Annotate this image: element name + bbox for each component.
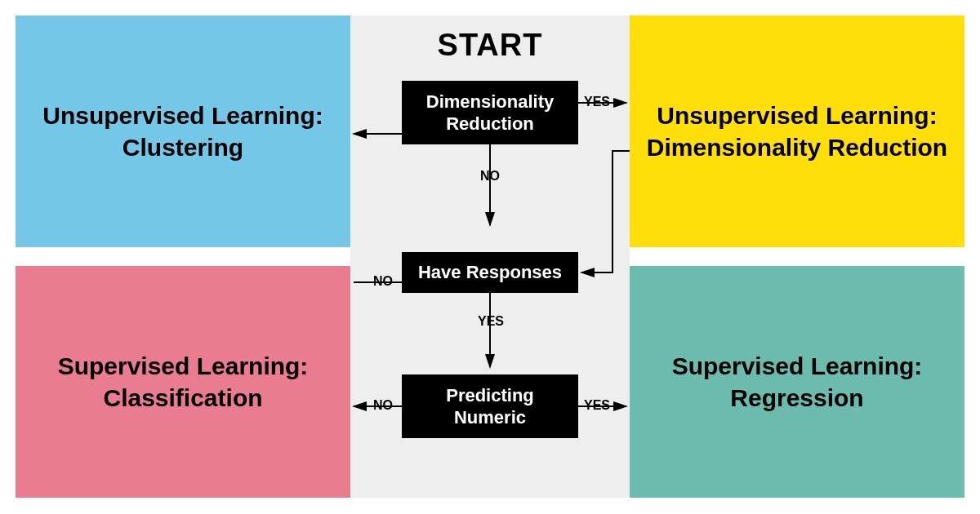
label-d2-yes: YES (478, 314, 504, 329)
label-d3-no: NO (373, 398, 393, 413)
label-d1-yes: YES (584, 95, 610, 109)
quadrant-regression: Supervised Learning:Regression (630, 266, 964, 498)
start-title: START (350, 28, 630, 63)
decision-predicting-numeric: PredictingNumeric (402, 374, 578, 438)
decision-have-responses: Have Responses (402, 252, 578, 293)
label-d2-no: NO (373, 274, 393, 289)
quadrant-clustering: Unsupervised Learning:Clustering (16, 16, 350, 247)
quadrant-classification: Supervised Learning:Classification (16, 266, 350, 498)
label-d1-no: NO (480, 169, 500, 184)
decision-dimensionality-reduction: DimensionalityReduction (402, 81, 578, 144)
quadrant-dimensionality-reduction: Unsupervised Learning:Dimensionality Red… (630, 16, 964, 247)
label-d3-yes: YES (584, 398, 610, 413)
center-column: START DimensionalityReduction Have Respo… (350, 16, 630, 498)
